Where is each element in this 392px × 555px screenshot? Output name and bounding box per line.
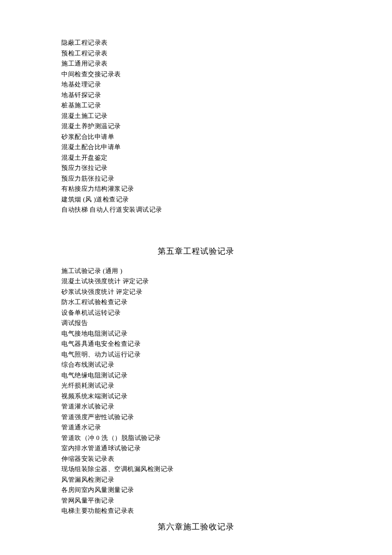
list-item: 管道灌水试验记录 bbox=[61, 401, 331, 412]
list-item: 桩基施工记录 bbox=[61, 100, 331, 111]
list-item: 电梯主要功能检查记录表 bbox=[61, 506, 331, 516]
list-item: 管道吹（冲 0 洗（）脱脂试验记录 bbox=[61, 433, 331, 443]
list-item: 地基钎探记录 bbox=[61, 90, 331, 101]
list-item: 预应力张拉记录 bbox=[61, 163, 331, 173]
list-item: 预检工程记录表 bbox=[61, 48, 331, 59]
list-item: 光纤损耗测试记录 bbox=[61, 380, 331, 391]
list-item: 有粘接应力结构灌浆记录 bbox=[61, 184, 331, 194]
list-item: 中间检查交接记录表 bbox=[61, 69, 331, 80]
list-item: 管网风量平衡记录 bbox=[61, 495, 331, 506]
list-item: 电气器具通电安全检查记录 bbox=[61, 339, 331, 349]
list-item: 自动扶梯 自动人行道安装调试记录 bbox=[61, 204, 331, 215]
list-item: 混凝土养护测温记录 bbox=[61, 121, 331, 132]
list-item: 建筑烟 (风 )道检查记录 bbox=[61, 194, 331, 205]
list-item: 视频系统末端测试记录 bbox=[61, 391, 331, 402]
list-item: 混凝土施工记录 bbox=[61, 111, 331, 121]
list-item: 混凝土试块强度统计 评定记录 bbox=[61, 276, 331, 287]
list-item: 管道通水记录 bbox=[61, 422, 331, 433]
list-item: 设备单机试运转记录 bbox=[61, 308, 331, 318]
list-item: 管道强度严密性试验记录 bbox=[61, 412, 331, 423]
document-page: 隐蔽工程记录表 预检工程记录表 施工通用记录表 中间检查交接记录表 地基处理记录… bbox=[0, 0, 392, 554]
list-item: 砂浆配合比申请单 bbox=[61, 132, 331, 142]
list-item: 电气照明、动力试运行记录 bbox=[61, 349, 331, 360]
list-item: 电气接地电阻测试记录 bbox=[61, 328, 331, 339]
list-item: 室内排水管道通球试验记录 bbox=[61, 443, 331, 454]
list-item: 综合布线测试记录 bbox=[61, 359, 331, 370]
list-item: 混凝土开盘鉴定 bbox=[61, 152, 331, 163]
list-item: 调试报告 bbox=[61, 318, 331, 328]
list-item: 隐蔽工程记录表 bbox=[61, 37, 331, 48]
list-item: 各房间室内风量测量记录 bbox=[61, 485, 331, 495]
list-item: 地基处理记录 bbox=[61, 79, 331, 90]
list-item: 防水工程试验检查记录 bbox=[61, 297, 331, 308]
list-item: 砂浆试块强度统计 评定记录 bbox=[61, 287, 331, 297]
list-item: 混凝土配合比申请单 bbox=[61, 142, 331, 152]
list-item: 现场组装除尘器、空调机漏风检测记录 bbox=[61, 464, 331, 474]
chapter-5-heading: 第五章工程试验记录 bbox=[61, 246, 331, 257]
section-1-list: 隐蔽工程记录表 预检工程记录表 施工通用记录表 中间检查交接记录表 地基处理记录… bbox=[61, 37, 331, 215]
list-item: 风管漏风检测记录 bbox=[61, 474, 331, 485]
list-item: 施工通用记录表 bbox=[61, 58, 331, 69]
list-item: 预应力筋张拉记录 bbox=[61, 173, 331, 184]
list-item: 施工试验记录 (通用 ) bbox=[61, 266, 331, 276]
chapter-5-list: 施工试验记录 (通用 ) 混凝土试块强度统计 评定记录 砂浆试块强度统计 评定记… bbox=[61, 266, 331, 516]
list-item: 伸缩器安装记录表 bbox=[61, 454, 331, 464]
list-item: 电气绝缘电阻测试记录 bbox=[61, 370, 331, 381]
chapter-6-heading: 第六章施工验收记录 bbox=[61, 521, 331, 532]
